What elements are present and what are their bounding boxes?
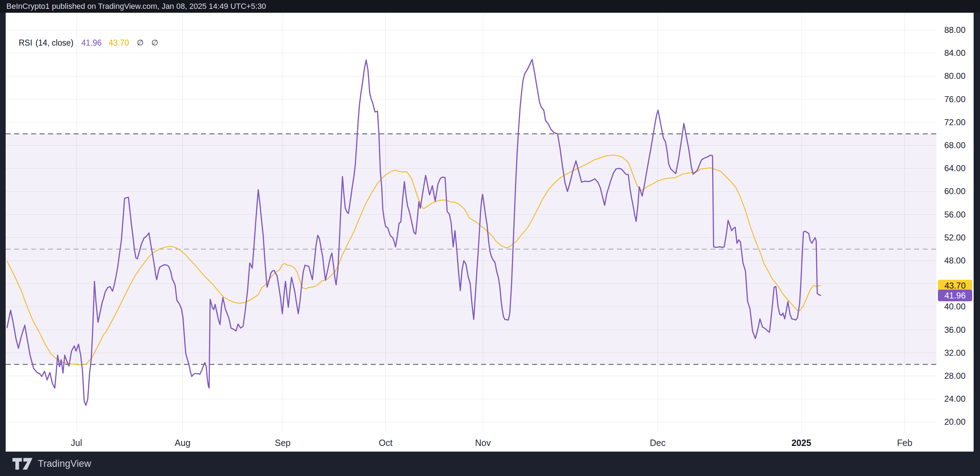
- rsi-price-label: 41.96: [938, 290, 972, 301]
- tradingview-brand-text[interactable]: TradingView: [38, 458, 91, 469]
- svg-text:Nov: Nov: [475, 438, 491, 448]
- rsi-chart-plot[interactable]: 88.0084.0080.0076.0072.0068.0064.0060.00…: [6, 13, 974, 452]
- svg-text:60.00: 60.00: [944, 186, 966, 196]
- svg-text:48.00: 48.00: [944, 256, 966, 265]
- indicator-legend: RSI (14, close) 41.96 43.70 ∅ ∅: [19, 38, 158, 48]
- svg-text:76.00: 76.00: [944, 94, 966, 104]
- publish-top-bar: BeInCrypto1 published on TradingView.com…: [0, 0, 980, 13]
- svg-text:36.00: 36.00: [944, 325, 966, 335]
- svg-text:Jul: Jul: [71, 438, 82, 448]
- svg-text:68.00: 68.00: [944, 140, 966, 150]
- slash-circle-icon-1[interactable]: ∅: [137, 39, 144, 47]
- publish-title: BeInCrypto1 published on TradingView.com…: [0, 2, 266, 11]
- indicator-name[interactable]: RSI: [19, 38, 32, 48]
- rsi-current-value: 41.96: [81, 38, 102, 48]
- tradingview-logo-icon[interactable]: [12, 457, 33, 470]
- svg-text:64.00: 64.00: [944, 163, 966, 173]
- indicator-params[interactable]: (14, close): [35, 38, 73, 48]
- svg-text:Aug: Aug: [175, 438, 190, 448]
- svg-text:88.00: 88.00: [944, 25, 966, 35]
- footer-bar: TradingView: [0, 452, 980, 476]
- svg-text:40.00: 40.00: [944, 301, 966, 311]
- x-axis[interactable]: JulAugSepOctNovDec2025Feb: [71, 438, 912, 448]
- svg-text:72.00: 72.00: [944, 117, 966, 127]
- svg-text:Feb: Feb: [897, 438, 912, 448]
- svg-text:52.00: 52.00: [944, 233, 966, 242]
- y-axis[interactable]: 88.0084.0080.0076.0072.0068.0064.0060.00…: [944, 25, 966, 427]
- svg-text:80.00: 80.00: [944, 71, 966, 81]
- svg-text:Dec: Dec: [650, 438, 665, 448]
- svg-text:28.00: 28.00: [944, 371, 966, 381]
- svg-text:Sep: Sep: [275, 438, 291, 448]
- svg-text:Oct: Oct: [379, 438, 393, 448]
- svg-text:56.00: 56.00: [944, 210, 966, 219]
- svg-text:2025: 2025: [791, 438, 811, 448]
- chart-panel: 88.0084.0080.0076.0072.0068.0064.0060.00…: [6, 13, 974, 452]
- ma-current-value: 43.70: [108, 38, 129, 48]
- svg-text:32.00: 32.00: [944, 348, 966, 357]
- svg-text:24.00: 24.00: [944, 394, 966, 403]
- svg-text:20.00: 20.00: [944, 417, 966, 427]
- slash-circle-icon-2[interactable]: ∅: [151, 39, 158, 47]
- svg-text:84.00: 84.00: [944, 48, 966, 58]
